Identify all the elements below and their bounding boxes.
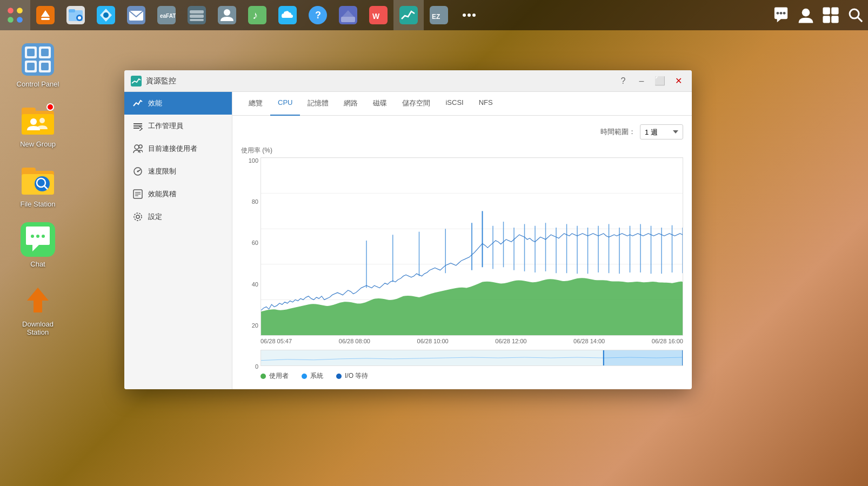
sidebar-settings-label: 設定 <box>148 212 162 222</box>
sidebar-item-performance-log[interactable]: 效能異稽 <box>124 183 232 205</box>
ldap-taskbar-icon[interactable] <box>212 0 242 30</box>
svg-point-90 <box>134 213 142 221</box>
legend-io-label: I/O 等待 <box>345 371 368 381</box>
svg-text:?: ? <box>315 10 321 21</box>
resource-monitor-window: 資源監控 ? – ⬜ ✕ 效能 工作 <box>124 70 692 389</box>
help-button[interactable]: ? <box>616 74 630 88</box>
svg-point-89 <box>136 215 139 218</box>
cloud-taskbar-icon[interactable] <box>272 0 303 30</box>
svg-rect-30 <box>341 17 355 22</box>
glacier-taskbar-icon[interactable] <box>333 0 363 30</box>
svg-point-72 <box>36 235 39 238</box>
chat-taskbar-icon[interactable] <box>769 0 793 30</box>
svg-line-49 <box>858 17 863 22</box>
svg-rect-44 <box>823 7 830 14</box>
tab-disk[interactable]: 磁碟 <box>365 92 395 116</box>
svg-marker-74 <box>27 288 49 312</box>
window-title: 資源監控 <box>146 76 616 86</box>
svg-rect-58 <box>41 63 49 70</box>
sidebar-item-connected-users[interactable]: 目前連接使用者 <box>124 137 232 160</box>
desktop-icon-file-station[interactable]: File Station <box>11 158 65 212</box>
tab-cpu[interactable]: CPU <box>270 92 300 116</box>
tab-memory[interactable]: 記憶體 <box>300 92 336 116</box>
x-tick-0: 06/28 05:47 <box>261 338 292 344</box>
x-tick-2: 06/28 10:00 <box>417 338 449 344</box>
svg-point-11 <box>78 16 81 19</box>
chart-legend: 使用者 系統 I/O 等待 <box>261 371 683 381</box>
synology-logo-icon[interactable] <box>0 0 30 30</box>
maximize-button[interactable]: ⬜ <box>653 74 667 88</box>
synology-drive-taskbar-icon[interactable] <box>91 0 121 30</box>
main-content: 總覽 CPU 記憶體 網路 磁碟 儲存空間 iSCSI NFS 時間範圍： 1 … <box>232 92 692 389</box>
svg-point-84 <box>137 171 139 172</box>
desktop-icon-chat[interactable]: Chat <box>11 218 65 272</box>
ez-internet-taskbar-icon[interactable]: EZ <box>424 0 454 30</box>
window-body: 效能 工作管理員 目前連接使用者 <box>124 92 692 389</box>
sidebar-speed-limit-label: 速度限制 <box>148 167 176 176</box>
file-station-taskbar-icon[interactable] <box>61 0 91 30</box>
legend-system: 系統 <box>302 371 323 381</box>
more-taskbar-icon[interactable] <box>454 0 484 30</box>
sidebar-item-performance[interactable]: 效能 <box>124 92 232 115</box>
chart-y-label: 使用率 (%) <box>241 146 683 155</box>
svg-point-81 <box>139 145 142 148</box>
legend-user: 使用者 <box>261 371 289 381</box>
title-bar-controls: ? – ⬜ ✕ <box>616 74 685 88</box>
legend-user-dot <box>261 374 266 379</box>
download-station-taskbar-icon[interactable] <box>30 0 61 30</box>
sidebar-item-settings[interactable]: 設定 <box>124 205 232 228</box>
svg-rect-60 <box>22 108 36 114</box>
desktop-icon-download-station[interactable]: Download Station <box>11 278 65 341</box>
download-station-label: Download Station <box>13 320 63 336</box>
sidebar-performance-label: 效能 <box>148 98 162 108</box>
taskbar: eaFAT ♪ ? <box>0 0 868 30</box>
tab-storage[interactable]: 儲存空間 <box>395 92 438 116</box>
svg-point-80 <box>135 145 139 149</box>
svg-rect-65 <box>22 168 36 174</box>
mail-taskbar-icon[interactable] <box>121 0 151 30</box>
chart-plot-area: 06/28 05:47 06/28 08:00 06/28 10:00 06/2… <box>261 157 683 381</box>
help-taskbar-icon[interactable]: ? <box>303 0 333 30</box>
svg-rect-123 <box>604 350 683 365</box>
content-area: 時間範圍： 1 小時 6 小時 1 天 1 週 1 個月 使用率 (%) <box>232 116 692 389</box>
file-station-label: File Station <box>20 200 55 208</box>
taskbar-right <box>769 0 868 30</box>
svg-point-63 <box>39 118 45 123</box>
search-taskbar-icon[interactable] <box>843 0 868 30</box>
svg-point-2 <box>8 17 14 23</box>
user-taskbar-icon[interactable] <box>793 0 818 30</box>
storage-manager-taskbar-icon[interactable] <box>182 0 212 30</box>
time-range-row: 時間範圍： 1 小時 6 小時 1 天 1 週 1 個月 <box>241 124 683 139</box>
tab-iscsi[interactable]: iSCSI <box>438 92 471 116</box>
svg-rect-6 <box>41 18 50 20</box>
svg-rect-46 <box>823 16 830 23</box>
sidebar-item-task-manager[interactable]: 工作管理員 <box>124 115 232 137</box>
new-group-label: New Group <box>20 140 56 148</box>
close-button[interactable]: ✕ <box>671 74 685 88</box>
control-panel-label: Control Panel <box>17 80 59 88</box>
svg-point-71 <box>31 235 34 238</box>
desktop-icon-control-panel[interactable]: Control Panel <box>11 38 65 92</box>
tab-nfs[interactable]: NFS <box>471 92 500 116</box>
svg-point-73 <box>42 235 45 238</box>
svg-point-1 <box>17 8 23 14</box>
chart-y-axis: 100 80 60 40 20 0 <box>241 157 261 381</box>
chart-container: 使用率 (%) 100 80 60 40 20 0 <box>241 146 683 381</box>
tab-overview[interactable]: 總覽 <box>241 92 270 116</box>
office-taskbar-icon[interactable]: W <box>363 0 393 30</box>
svg-rect-55 <box>27 49 35 56</box>
widgets-taskbar-icon[interactable] <box>818 0 843 30</box>
sidebar-item-speed-limit[interactable]: 速度限制 <box>124 160 232 183</box>
exfat-taskbar-icon[interactable]: eaFAT <box>151 0 182 30</box>
minimize-button[interactable]: – <box>635 74 649 88</box>
resource-monitor-taskbar-icon[interactable] <box>393 0 424 30</box>
svg-rect-61 <box>22 114 54 135</box>
legend-user-label: 使用者 <box>269 371 289 381</box>
audio-taskbar-icon[interactable]: ♪ <box>242 0 272 30</box>
tab-network[interactable]: 網路 <box>336 92 365 116</box>
time-range-select[interactable]: 1 小時 6 小時 1 天 1 週 1 個月 <box>640 124 683 139</box>
svg-rect-57 <box>27 63 35 70</box>
desktop-icon-new-group[interactable]: New Group <box>11 98 65 152</box>
sidebar: 效能 工作管理員 目前連接使用者 <box>124 92 232 389</box>
mini-chart[interactable] <box>261 350 683 366</box>
